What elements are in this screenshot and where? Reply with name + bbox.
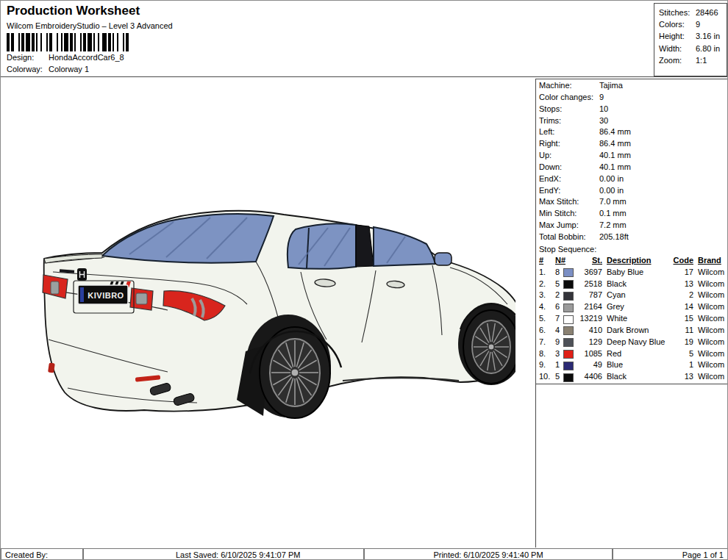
thread-brand: Wilcom bbox=[698, 337, 724, 348]
machine-info-label: Stops: bbox=[539, 104, 599, 115]
col-brand: Brand bbox=[698, 255, 721, 267]
thread-code: 11 bbox=[667, 325, 693, 337]
colorway-label: Colorway: bbox=[7, 65, 49, 73]
page-title: Production Worksheet bbox=[7, 4, 140, 18]
machine-info-value: 10 bbox=[599, 104, 608, 115]
machine-info-row: Up: 40.1 mm bbox=[536, 150, 728, 162]
machine-info-label: Max Stitch: bbox=[539, 196, 599, 208]
stitch-count: 13219 bbox=[570, 313, 602, 325]
needle-number: 8 bbox=[555, 267, 560, 279]
thread-description: Black bbox=[607, 279, 627, 290]
machine-info-value: 0.00 in bbox=[599, 185, 624, 197]
side-mirror bbox=[435, 253, 452, 265]
machine-info-value: 30 bbox=[599, 115, 608, 127]
needle-number: 2 bbox=[555, 290, 560, 301]
needle-number: 7 bbox=[555, 313, 560, 325]
thread-description: Grey bbox=[607, 301, 624, 313]
thread-brand: Wilcom bbox=[698, 267, 724, 279]
thread-description: White bbox=[607, 313, 627, 325]
design-label: Design: bbox=[7, 53, 49, 62]
col-n: N# bbox=[555, 255, 565, 267]
plate-text: KIVIBRO bbox=[88, 291, 124, 300]
rear-hub bbox=[291, 369, 299, 376]
row-number: 5. bbox=[539, 313, 554, 325]
row-number: 4. bbox=[539, 301, 554, 313]
thread-code: 15 bbox=[667, 313, 693, 325]
machine-info-label: EndX: bbox=[539, 173, 599, 185]
thread-code: 5 bbox=[667, 348, 693, 360]
embroidery-car-preview: KIVIBRO bbox=[41, 195, 515, 431]
thread-brand: Wilcom bbox=[698, 325, 724, 337]
table-bottom-border bbox=[536, 384, 728, 384]
page-number-cell: Page 1 of 1 bbox=[613, 548, 728, 560]
thread-brand: Wilcom bbox=[698, 313, 724, 325]
machine-info-value: 86.4 mm bbox=[599, 126, 631, 138]
machine-info-value: 7.0 mm bbox=[599, 196, 627, 208]
design-value: HondaAccordCar6_8 bbox=[49, 53, 124, 62]
created-by-cell: Created By: bbox=[1, 548, 83, 560]
machine-info-label: EndY: bbox=[539, 185, 599, 197]
needle-number: 4 bbox=[555, 325, 560, 337]
stop-sequence-row: 8. 3 1085 Red 5 Wilcom bbox=[536, 348, 728, 360]
machine-info-label: Trims: bbox=[539, 115, 599, 127]
design-preview-area: KIVIBRO bbox=[1, 79, 535, 548]
machine-info-label: Right: bbox=[539, 138, 599, 150]
machine-info-row: Color changes: 9 bbox=[536, 92, 728, 104]
col-description: Description bbox=[607, 255, 652, 267]
machine-info-row: EndX: 0.00 in bbox=[536, 173, 728, 185]
stat-value: 1:1 bbox=[696, 54, 707, 66]
machine-info-panel: Machine: Tajima Color changes: 9 Stops: … bbox=[535, 79, 728, 548]
thread-code: 13 bbox=[667, 371, 693, 383]
stitch-count: 1085 bbox=[570, 348, 602, 360]
design-row: Design:HondaAccordCar6_8 bbox=[7, 53, 124, 62]
thread-description: Red bbox=[607, 348, 621, 360]
machine-info-row: Min Stitch: 0.1 mm bbox=[536, 208, 728, 220]
thread-code: 17 bbox=[667, 267, 693, 279]
footer-bar: Created By: Last Saved: 6/10/2025 9:41:0… bbox=[1, 548, 728, 560]
stat-label: Width: bbox=[659, 43, 696, 54]
machine-info-row: Machine: Tajima bbox=[536, 80, 728, 92]
thread-brand: Wilcom bbox=[698, 301, 724, 313]
machine-info-row: Down: 40.1 mm bbox=[536, 162, 728, 173]
front-hub bbox=[488, 344, 494, 350]
machine-info-row: Left: 86.4 mm bbox=[536, 126, 728, 138]
stitch-count: 410 bbox=[570, 325, 602, 337]
machine-info-value: 86.4 mm bbox=[599, 138, 631, 150]
stat-row: Height: 3.16 in bbox=[659, 30, 727, 42]
needle-number: 9 bbox=[555, 337, 560, 348]
thread-code: 13 bbox=[667, 279, 693, 290]
stat-label: Height: bbox=[659, 30, 696, 42]
stop-sequence-row: 3. 2 787 Cyan 2 Wilcom bbox=[536, 290, 728, 301]
stitch-count: 49 bbox=[570, 359, 602, 371]
stat-row: Width: 6.80 in bbox=[659, 43, 727, 54]
stitch-count: 3697 bbox=[570, 267, 602, 279]
front-door-window bbox=[374, 227, 435, 266]
header-divider bbox=[1, 76, 728, 77]
stitch-count: 2164 bbox=[570, 301, 602, 313]
row-number: 1. bbox=[539, 267, 554, 279]
col-num: # bbox=[539, 255, 554, 267]
design-stats-box: Stitches: 28466 Colors: 9 Height: 3.16 i… bbox=[654, 3, 727, 76]
thread-brand: Wilcom bbox=[698, 279, 724, 290]
needle-number: 5 bbox=[555, 279, 560, 290]
row-number: 10. bbox=[539, 371, 554, 383]
stat-value: 6.80 in bbox=[696, 43, 720, 54]
machine-info-value: 9 bbox=[599, 92, 604, 104]
production-worksheet-page: Production Worksheet Wilcom EmbroiderySt… bbox=[0, 0, 728, 560]
stat-row: Zoom: 1:1 bbox=[659, 54, 727, 66]
thread-brand: Wilcom bbox=[698, 290, 724, 301]
thread-brand: Wilcom bbox=[698, 359, 724, 371]
thread-description: Deep Navy Blue bbox=[607, 337, 665, 348]
thread-code: 1 bbox=[667, 359, 693, 371]
machine-info-value: 205.18ft bbox=[599, 231, 629, 243]
stitch-count: 129 bbox=[570, 337, 602, 348]
stat-value: 28466 bbox=[696, 7, 718, 18]
machine-info-value: 7.2 mm bbox=[599, 220, 627, 231]
stitch-count: 787 bbox=[570, 290, 602, 301]
needle-number: 1 bbox=[555, 359, 560, 371]
stop-sequence-row: 6. 4 410 Dark Brown 11 Wilcom bbox=[536, 325, 728, 337]
machine-info-row: Right: 86.4 mm bbox=[536, 138, 728, 150]
machine-info-value: 40.1 mm bbox=[599, 150, 631, 162]
thread-brand: Wilcom bbox=[698, 371, 724, 383]
col-code: Code bbox=[667, 255, 693, 267]
